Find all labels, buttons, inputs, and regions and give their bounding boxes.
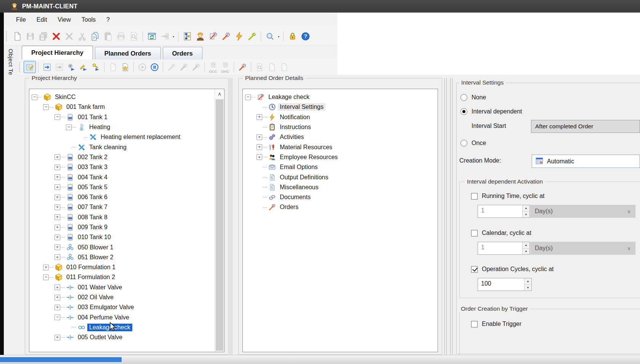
maintenance-edit-button[interactable]	[207, 30, 220, 43]
splitter-3[interactable]	[450, 78, 452, 355]
doc-export-button[interactable]	[278, 61, 290, 73]
expand-icon[interactable]: +	[257, 114, 262, 120]
tree-item-010-tank-10[interactable]: +010 Tank 10	[29, 232, 215, 242]
tree-item-004-tank-4[interactable]: +004 Tank 4	[29, 172, 215, 182]
running-time-checkbox[interactable]	[471, 193, 478, 200]
start-button[interactable]	[136, 61, 148, 73]
expand-icon[interactable]: +	[55, 235, 60, 240]
tree-item-011-formulation-2[interactable]: −011 Formulation 2	[29, 272, 215, 282]
tree-item-employee-resources[interactable]: +Employee Resources	[243, 152, 438, 162]
paste-button[interactable]	[101, 30, 114, 43]
collapse-icon[interactable]: −	[245, 94, 251, 100]
print-preview-button[interactable]	[127, 30, 140, 43]
collapse-icon[interactable]: −	[66, 125, 72, 130]
splitter-2[interactable]	[444, 78, 447, 355]
expand-icon[interactable]: +	[55, 284, 60, 290]
tree-item-004-perfume-valve[interactable]: −004 Perfume Valve	[29, 313, 215, 322]
doc-import-button[interactable]	[266, 61, 278, 73]
tree-item-002-oil-valve[interactable]: +002 Oil Valve	[29, 292, 215, 302]
occ-button[interactable]: OCC	[207, 61, 219, 73]
collapse-icon[interactable]: −	[43, 104, 49, 110]
menu-file[interactable]: File	[11, 15, 31, 25]
tree-item-005-tank-5[interactable]: +005 Tank 5	[29, 182, 215, 192]
tree-item-001-tank-1[interactable]: −001 Tank 1	[29, 112, 215, 122]
expand-icon[interactable]: +	[55, 335, 60, 340]
expand-icon[interactable]: +	[55, 195, 60, 200]
spin-up-button[interactable]: ▲	[523, 205, 529, 212]
report-favorite-button[interactable]	[119, 61, 131, 73]
lock-button[interactable]	[286, 30, 299, 43]
expand-icon[interactable]: +	[55, 214, 60, 220]
interval-dependent-radio[interactable]	[460, 108, 467, 115]
tree-item-heating[interactable]: −Heating	[29, 122, 215, 132]
template-properties-button[interactable]	[24, 61, 36, 73]
collapse-icon[interactable]: −	[32, 94, 37, 100]
dropdown-caret-icon[interactable]: ▾	[278, 35, 279, 38]
scissors-button[interactable]	[75, 30, 88, 43]
pause-button[interactable]	[148, 61, 160, 73]
search-button[interactable]: ▾	[263, 30, 276, 43]
collapse-icon[interactable]: −	[55, 114, 60, 120]
running-time-unit-combo[interactable]: Day(s) ∨	[530, 205, 635, 218]
menu-view[interactable]: View	[52, 15, 76, 25]
expand-icon[interactable]: +	[55, 184, 60, 190]
once-radio[interactable]	[460, 140, 467, 147]
collapse-icon[interactable]: −	[43, 275, 49, 280]
spin-down-button[interactable]: ▼	[523, 249, 529, 255]
tool-set-1-button[interactable]	[178, 61, 190, 73]
toolbar-grip[interactable]	[19, 62, 21, 72]
refresh-button[interactable]	[145, 30, 158, 43]
service-wrench-button[interactable]	[245, 30, 258, 43]
splitter-1[interactable]	[230, 78, 232, 355]
collapse-icon[interactable]: −	[55, 315, 60, 320]
none-radio[interactable]	[460, 94, 467, 101]
cut-button[interactable]	[63, 30, 75, 43]
add-template-button[interactable]	[65, 61, 77, 73]
vertical-scrollbar[interactable]: ∧	[215, 89, 224, 352]
tree-item-051-blower-2[interactable]: +051 Blower 2	[29, 252, 215, 262]
expand-icon[interactable]: +	[43, 265, 49, 270]
calendar-spinner[interactable]: 1 ▲▼	[478, 242, 530, 255]
calendar-checkbox[interactable]	[471, 230, 478, 236]
tree-item-instructions[interactable]: Instructions	[243, 122, 438, 132]
worker-button[interactable]	[194, 30, 207, 43]
report-button[interactable]	[107, 61, 119, 73]
save-button[interactable]	[24, 30, 37, 43]
export-button[interactable]: ▾	[158, 30, 171, 43]
tree-item-009-tank-9[interactable]: +009 Tank 9	[29, 222, 215, 232]
scrollbar-thumb[interactable]	[216, 99, 223, 351]
tree-item-007-tank-7[interactable]: +007 Tank 7	[29, 202, 215, 212]
tree-item-material-resources[interactable]: +Material Resources	[243, 142, 438, 152]
tree-item-skincc[interactable]: −SkinCC	[29, 92, 215, 102]
tree-item-interval-settings[interactable]: Interval Settings	[243, 102, 438, 112]
doc-search-button[interactable]	[253, 61, 266, 73]
tab-planned-orders[interactable]: Planned Orders	[95, 47, 161, 59]
tree-item-001-water-valve[interactable]: +001 Water Valve	[29, 283, 215, 292]
tree-item-001-tank-farm[interactable]: −001 Tank farm	[29, 102, 215, 112]
menu-tools[interactable]: Tools	[76, 15, 101, 25]
apply-template-all-button[interactable]	[53, 61, 65, 73]
tree-item-documents[interactable]: Documents	[243, 192, 438, 202]
delete-button[interactable]	[50, 30, 63, 43]
tree-item-003-tank-3[interactable]: +003 Tank 3	[29, 162, 215, 172]
tool-set-2-button[interactable]	[190, 61, 202, 73]
save-all-button[interactable]	[37, 30, 50, 43]
spin-down-button[interactable]: ▼	[523, 212, 529, 218]
tool-wrench-button[interactable]	[165, 61, 178, 73]
expand-icon[interactable]: +	[55, 254, 60, 260]
operation-cycles-checkbox[interactable]	[471, 266, 478, 273]
creation-mode-combo[interactable]: Automatic	[532, 155, 640, 168]
tree-item-notification[interactable]: +Notification	[243, 112, 438, 122]
assign-template-button[interactable]	[90, 61, 102, 73]
tree-item-050-blower-1[interactable]: +050 Blower 1	[29, 242, 215, 252]
print-button[interactable]	[114, 30, 127, 43]
project-hierarchy-button[interactable]	[181, 30, 194, 43]
tree-item-leakage-check[interactable]: Leakage check	[29, 322, 215, 332]
maintenance-button[interactable]	[236, 61, 249, 73]
calendar-unit-combo[interactable]: Day(s) ∨	[530, 242, 635, 255]
help-button[interactable]: ?	[299, 30, 312, 43]
bottom-progress-bar[interactable]	[0, 355, 640, 364]
expand-icon[interactable]: +	[55, 305, 60, 310]
ohc-button[interactable]: OHC	[219, 61, 231, 73]
toolbar-grip[interactable]	[6, 31, 8, 41]
